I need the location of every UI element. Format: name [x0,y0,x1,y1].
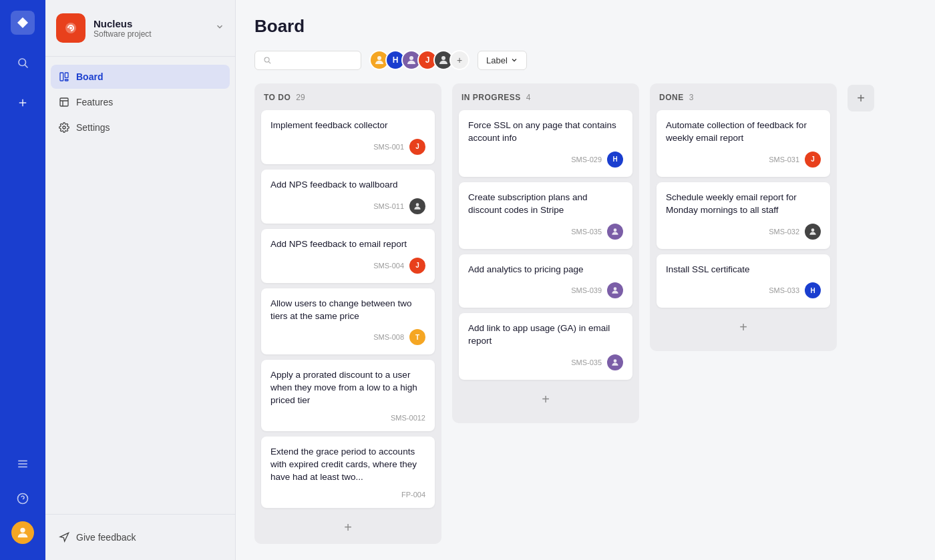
svg-point-22 [416,203,419,206]
search-icon-btn[interactable] [11,51,35,75]
card[interactable]: Create subscription plans and discount c… [459,182,632,249]
card[interactable]: Extend the grace period to accounts with… [261,437,435,508]
card-title: Apply a prorated discount to a user when… [270,369,425,407]
main-content: Board H J [236,0,935,560]
svg-point-9 [20,528,25,533]
card-title: Schedule weekly email report for Monday … [666,192,821,217]
card[interactable]: Install SSL certificate SMS-033 H [657,254,830,308]
svg-rect-15 [60,98,68,106]
svg-point-26 [811,228,815,232]
card[interactable]: Automate collection of feedback for week… [657,110,830,177]
card[interactable]: Force SSL on any page that contains acco… [459,110,632,177]
card-title: Automate collection of feedback for week… [666,119,821,145]
card-ticket-id: FP-004 [401,491,425,499]
svg-point-11 [69,27,72,29]
card[interactable]: Add link to app usage (GA) in email repo… [459,313,632,380]
card-footer: SMS-035 [468,354,623,370]
card-footer: FP-004 [270,491,425,499]
card[interactable]: Allow users to change between two tiers … [261,288,435,355]
card[interactable]: Add NPS feedback to wallboard SMS-011 [261,170,435,224]
add-card-button-todo[interactable]: + [261,513,435,542]
svg-line-1 [25,65,27,67]
card-avatar [805,224,821,240]
svg-point-23 [614,228,617,232]
card-ticket-id: SMS-035 [571,358,602,366]
card-ticket-id: SMS-008 [373,333,404,341]
column-inprogress: IN PROGRESS 4 Force SSL on any page that… [452,83,639,423]
svg-line-18 [268,61,270,63]
svg-rect-14 [65,79,68,81]
toolbar: H J + Label [254,50,916,70]
add-column-button[interactable]: + [848,85,874,111]
card-title: Add NPS feedback to email report [270,238,425,251]
card-title: Create subscription plans and discount c… [468,192,623,217]
svg-point-17 [264,57,269,62]
sidebar-nav: Board Features Settings [45,57,235,514]
sidebar-bottom: Give feedback [45,514,235,560]
sidebar-header: Nucleus Software project [45,0,235,57]
card-title: Add link to app usage (GA) in email repo… [468,322,623,348]
column-title-todo: TO DO [264,93,291,102]
card-footer: SMS-039 [468,282,623,298]
card-footer: SMS-0012 [270,414,425,422]
column-header-inprogress: IN PROGRESS 4 [459,93,632,102]
column-count-inprogress: 4 [526,93,531,102]
label-filter-text: Label [486,55,508,65]
card[interactable]: Add NPS feedback to email report SMS-004… [261,229,435,283]
card-ticket-id: SMS-033 [769,286,799,294]
sidebar-item-settings[interactable]: Settings [51,115,230,139]
avatar-group: H J + [369,50,470,70]
add-card-button-inprogress[interactable]: + [459,385,632,414]
card-footer: SMS-001 J [270,139,425,155]
project-info: Nucleus Software project [94,18,207,39]
card-avatar [607,282,623,298]
card-footer: SMS-032 [666,224,821,240]
chevron-down-icon[interactable] [215,22,224,34]
page-header: Board [254,16,916,37]
sidebar-item-board[interactable]: Board [51,65,230,89]
card-ticket-id: SMS-004 [373,262,404,270]
avatar-add-button[interactable]: + [449,50,470,70]
card[interactable]: Add analytics to pricing page SMS-039 [459,254,632,308]
search-input[interactable] [275,55,353,65]
card-footer: SMS-035 [468,224,623,240]
add-icon-btn[interactable] [11,91,35,115]
column-count-todo: 29 [296,93,305,102]
column-header-done: DONE 3 [657,93,830,102]
svg-point-24 [614,288,617,291]
page-title: Board [254,16,305,37]
card-ticket-id: SMS-029 [571,156,602,164]
card-avatar [409,198,425,214]
card-title: Implement feedback collector [270,119,425,132]
search-box[interactable] [254,51,361,70]
card-ticket-id: SMS-011 [373,202,404,210]
svg-point-19 [377,56,381,60]
hamburger-icon-btn[interactable] [11,452,35,476]
card-footer: SMS-004 J [270,258,425,274]
card-ticket-id: SMS-001 [373,143,404,151]
label-filter-button[interactable]: Label [478,51,527,70]
card-ticket-id: SMS-031 [769,156,799,164]
help-icon-btn[interactable] [11,487,35,511]
column-header-todo: TO DO 29 [261,93,435,102]
project-icon [56,13,85,43]
card-ticket-id: SMS-0012 [391,414,425,422]
card-avatar [607,354,623,370]
sidebar-item-settings-label: Settings [76,122,110,133]
svg-point-0 [19,59,26,66]
card[interactable]: Implement feedback collector SMS-001 J [261,110,435,164]
logo[interactable] [11,11,35,35]
sidebar-item-feedback[interactable]: Give feedback [51,525,230,549]
card-ticket-id: SMS-032 [769,228,799,236]
card[interactable]: Schedule weekly email report for Monday … [657,182,830,249]
add-card-button-done[interactable]: + [657,313,830,342]
card[interactable]: Apply a prorated discount to a user when… [261,360,435,431]
card-avatar: J [805,152,821,168]
sidebar: Nucleus Software project Board Features [45,0,236,560]
sidebar-item-features[interactable]: Features [51,90,230,114]
card-title: Extend the grace period to accounts with… [270,446,425,484]
svg-point-16 [63,126,65,129]
column-title-inprogress: IN PROGRESS [461,93,521,102]
project-name: Nucleus [94,18,207,29]
user-avatar[interactable] [11,521,34,544]
